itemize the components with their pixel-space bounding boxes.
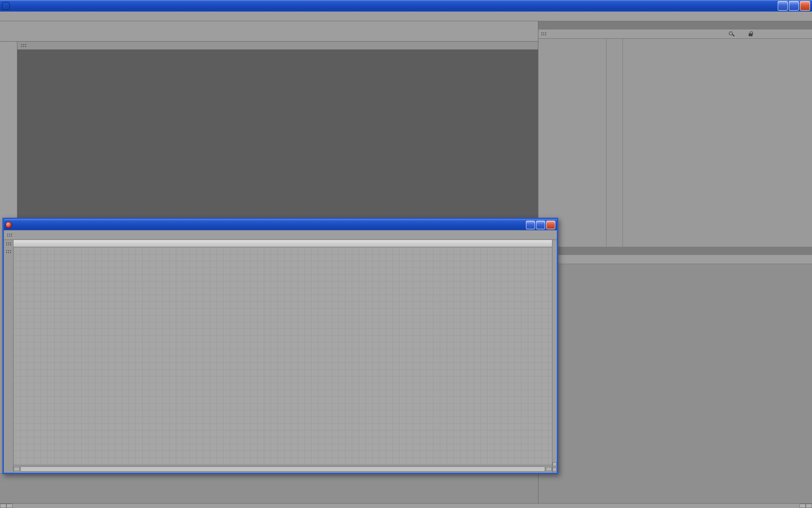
- panel-grip-icon[interactable]: [6, 242, 12, 246]
- object-manager-menubar: [538, 30, 812, 39]
- panel-grip-icon[interactable]: [7, 233, 13, 237]
- attribute-manager-panel: [538, 247, 812, 508]
- attribute-manager-menubar: [538, 255, 812, 264]
- close-button[interactable]: [800, 1, 810, 11]
- object-manager-panel: [538, 21, 812, 508]
- xpresso-vscrollbar[interactable]: [552, 240, 557, 473]
- xpresso-titlebar[interactable]: [4, 219, 557, 230]
- main-menubar: [0, 12, 812, 21]
- object-manager-header-icons: [728, 30, 754, 37]
- xpresso-hscrollbar[interactable]: [14, 465, 552, 472]
- object-manager-tabs: [538, 21, 812, 30]
- xpresso-maximize-button[interactable]: [536, 221, 545, 229]
- cinema4d-application: [0, 0, 812, 508]
- lower-panel-band: [0, 473, 538, 503]
- xpresso-side-strip: [4, 240, 14, 473]
- app-bottom-scrollbar: [0, 503, 812, 508]
- panel-grip-icon[interactable]: [6, 250, 12, 254]
- scroll-left-icon[interactable]: [0, 504, 6, 508]
- xpresso-node-canvas[interactable]: [14, 247, 552, 465]
- column-separator: [623, 39, 623, 247]
- scroll-right-icon[interactable]: [546, 467, 552, 471]
- scroll-left-icon[interactable]: [14, 467, 20, 471]
- scroll-right-icon[interactable]: [806, 504, 812, 508]
- scroll-down-icon[interactable]: [552, 467, 557, 472]
- xpresso-menubar: [4, 230, 557, 240]
- app-logo-icon: [2, 2, 10, 10]
- scroll-right-icon[interactable]: [6, 504, 13, 508]
- xpresso-window-icon: [5, 222, 12, 228]
- xgroup-header[interactable]: [14, 240, 552, 247]
- viewport-menubar: [17, 42, 538, 50]
- scroll-left-icon[interactable]: [799, 504, 806, 508]
- scroll-up-icon[interactable]: [552, 462, 557, 466]
- node-wires: [14, 247, 551, 465]
- xpresso-editor-window[interactable]: [2, 218, 558, 474]
- panel-grip-icon[interactable]: [21, 44, 27, 47]
- column-separator: [606, 39, 607, 247]
- hscroll-thumb[interactable]: [20, 466, 545, 472]
- home-icon[interactable]: [738, 30, 744, 37]
- panel-grip-icon[interactable]: [541, 32, 547, 36]
- minimize-button[interactable]: [778, 1, 788, 11]
- window-titlebar[interactable]: [0, 0, 812, 12]
- attribute-manager-tabs: [538, 247, 812, 255]
- lock-icon[interactable]: [747, 30, 754, 37]
- xpresso-close-button[interactable]: [546, 221, 555, 229]
- xpresso-minimize-button[interactable]: [526, 221, 535, 229]
- search-icon[interactable]: [728, 30, 735, 37]
- maximize-button[interactable]: [789, 1, 799, 11]
